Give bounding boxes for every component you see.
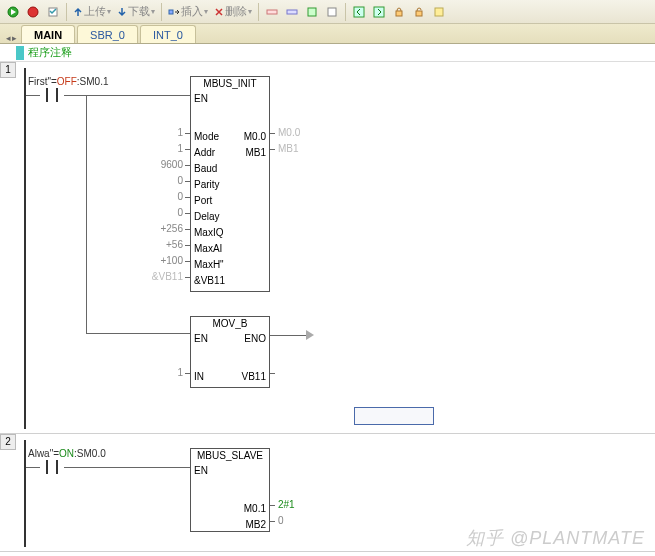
param-vb11: &VB11 [152, 271, 183, 282]
contact-label: First"=OFF:SM0.1 [28, 76, 109, 87]
param-baud: 9600 [161, 159, 183, 170]
svg-rect-13 [435, 8, 443, 16]
pin-addr: Addr [194, 147, 215, 158]
svg-rect-9 [354, 7, 364, 17]
download-button[interactable]: 下载 ▾ [115, 4, 157, 19]
pin-vb11: &VB11 [194, 275, 225, 286]
toolbar-icon-4[interactable] [323, 3, 341, 21]
pin-maxiq: MaxIQ [194, 227, 223, 238]
toolbar-nav-left-icon[interactable] [350, 3, 368, 21]
comment-bar: 程序注释 [0, 44, 655, 62]
dropdown-icon: ▾ [204, 7, 208, 16]
network-1[interactable]: 1 First"=OFF:SM0.1 MBUS_INIT EN ModeM0.0… [0, 62, 655, 434]
pin-mb2: MB2 [245, 519, 266, 530]
network-marker [16, 46, 24, 60]
compile-icon[interactable] [44, 3, 62, 21]
run-icon[interactable] [4, 3, 22, 21]
tab-nav-prev-icon[interactable]: ▸ [12, 33, 17, 43]
left-rail [24, 68, 26, 429]
pin-en: EN [194, 93, 208, 104]
pin-eno: ENO [244, 333, 266, 344]
svg-point-2 [28, 7, 38, 17]
pin-mb1: MB1 [245, 147, 266, 158]
toolbar-icon-2[interactable] [283, 3, 301, 21]
tabstrip: ◂ ▸ MAIN SBR_0 INT_0 [0, 24, 655, 44]
program-comment-label: 程序注释 [28, 45, 72, 60]
pin-port: Port [194, 195, 212, 206]
param-mode: 1 [177, 127, 183, 138]
tab-nav-first-icon[interactable]: ◂ [6, 33, 11, 43]
left-rail [24, 440, 26, 547]
svg-rect-10 [374, 7, 384, 17]
block-mbus-init[interactable]: MBUS_INIT EN ModeM0.0 AddrMB1 Baud Parit… [190, 76, 270, 292]
pin-in: IN [194, 371, 204, 382]
param-in: 1 [177, 367, 183, 378]
block-title: MBUS_INIT [191, 77, 269, 90]
param-out-mb1: MB1 [278, 143, 299, 154]
param-maxh: +100 [160, 255, 183, 266]
param-out-mb2: 0 [278, 515, 284, 526]
stop-icon[interactable] [24, 3, 42, 21]
network-2[interactable]: 2 Alwa"=ON:SM0.0 MBUS_SLAVE EN M0.1 MB2 … [0, 434, 655, 552]
svg-rect-8 [328, 8, 336, 16]
toolbar-icon-3[interactable] [303, 3, 321, 21]
block-title: MBUS_SLAVE [191, 449, 269, 462]
toolbar-book-icon[interactable] [430, 3, 448, 21]
pin-maxai: MaxAI [194, 243, 222, 254]
param-maxiq: +256 [160, 223, 183, 234]
param-parity: 0 [177, 175, 183, 186]
pin-m00: M0.0 [244, 131, 266, 142]
svg-rect-6 [287, 10, 297, 14]
toolbar-lock-icon[interactable] [390, 3, 408, 21]
delete-button[interactable]: 删除 ▾ [212, 4, 254, 19]
pin-en: EN [194, 333, 208, 344]
param-out-m01: 2#1 [278, 499, 295, 510]
pin-delay: Delay [194, 211, 220, 222]
block-mov-b[interactable]: MOV_B ENENO INVB11 [190, 316, 270, 388]
pin-mode: Mode [194, 131, 219, 142]
svg-rect-4 [169, 10, 173, 14]
svg-rect-11 [396, 11, 402, 16]
toolbar-nav-right-icon[interactable] [370, 3, 388, 21]
tab-main[interactable]: MAIN [21, 25, 75, 43]
param-delay: 0 [177, 207, 183, 218]
svg-rect-7 [308, 8, 316, 16]
network-number: 1 [0, 62, 16, 78]
param-out-m00: M0.0 [278, 127, 300, 138]
insert-button[interactable]: 插入 ▾ [166, 4, 210, 19]
tab-int0[interactable]: INT_0 [140, 25, 196, 43]
pin-baud: Baud [194, 163, 217, 174]
dropdown-icon: ▾ [248, 7, 252, 16]
toolbar-lock-open-icon[interactable] [410, 3, 428, 21]
network-number: 2 [0, 434, 16, 450]
block-title: MOV_B [191, 317, 269, 330]
pin-en: EN [194, 465, 208, 476]
pin-parity: Parity [194, 179, 220, 190]
param-port: 0 [177, 191, 183, 202]
param-maxai: +56 [166, 239, 183, 250]
toolbar-icon-1[interactable] [263, 3, 281, 21]
svg-rect-12 [416, 11, 422, 16]
ladder-editor[interactable]: 1 First"=OFF:SM0.1 MBUS_INIT EN ModeM0.0… [0, 62, 655, 552]
contact[interactable] [40, 88, 64, 102]
tab-nav: ◂ ▸ [6, 33, 21, 43]
pin-m01: M0.1 [244, 503, 266, 514]
contact[interactable] [40, 460, 64, 474]
toolbar: 上传 ▾ 下载 ▾ 插入 ▾ 删除 ▾ [0, 0, 655, 24]
dropdown-icon: ▾ [151, 7, 155, 16]
pin-out-vb11: VB11 [242, 371, 266, 382]
dropdown-icon: ▾ [107, 7, 111, 16]
contact-label: Alwa"=ON:SM0.0 [28, 448, 106, 459]
svg-rect-5 [267, 10, 277, 14]
upload-button[interactable]: 上传 ▾ [71, 4, 113, 19]
selection-box [354, 407, 434, 425]
param-addr: 1 [177, 143, 183, 154]
block-mbus-slave[interactable]: MBUS_SLAVE EN M0.1 MB2 [190, 448, 270, 532]
tab-sbr0[interactable]: SBR_0 [77, 25, 138, 43]
pin-maxh: MaxH" [194, 259, 224, 270]
